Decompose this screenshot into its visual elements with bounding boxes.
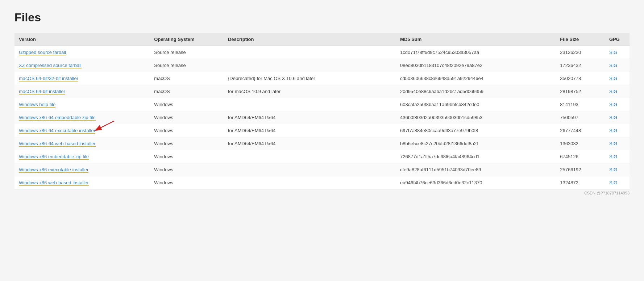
gpg-cell[interactable]: SIG <box>605 72 630 85</box>
md5-cell: cd503606638c8e6948a591a9229446e4 <box>396 72 556 85</box>
table-row: Windows x86 web-based installerWindowsea… <box>14 176 630 189</box>
md5-cell: b8b6e5ce8c27c20bfd28f1366ddf8a2f <box>396 137 556 150</box>
md5-cell: 726877d1a1f5a7dc68f6a4fa48964cd1 <box>396 150 556 163</box>
table-row: Windows x86-64 executable installer Wind… <box>14 124 630 137</box>
os-cell: Windows <box>150 111 224 124</box>
size-cell: 7500597 <box>556 111 605 124</box>
md5-cell: 1cd071f78ff6d9c7524c95303a3057aa <box>396 46 556 59</box>
size-cell: 1363032 <box>556 137 605 150</box>
md5-cell: 608cafa250f8baa11a69bbfcb842c0e0 <box>396 98 556 111</box>
header-gpg: GPG <box>605 33 630 46</box>
version-link[interactable]: Windows x86-64 web-based installer <box>19 141 96 147</box>
version-link[interactable]: Windows x86 embeddable zip file <box>19 154 89 160</box>
table-row: Gzipped source tarballSource release1cd0… <box>14 46 630 59</box>
version-link[interactable]: macOS 64-bit installer <box>19 89 65 95</box>
desc-cell: for macOS 10.9 and later <box>224 85 396 98</box>
desc-cell: for AMD64/EM64T/x64 <box>224 111 396 124</box>
desc-cell <box>224 46 396 59</box>
sig-link[interactable]: SIG <box>609 115 617 120</box>
desc-cell <box>224 163 396 176</box>
sig-link[interactable]: SIG <box>609 128 617 133</box>
desc-cell <box>224 176 396 189</box>
size-cell: 25766192 <box>556 163 605 176</box>
desc-cell: for AMD64/EM64T/x64 <box>224 137 396 150</box>
version-link[interactable]: Windows help file <box>19 102 55 108</box>
header-os: Operating System <box>150 33 224 46</box>
table-row: macOS 64-bit installermacOSfor macOS 10.… <box>14 85 630 98</box>
md5-cell: 08ed8030b1183107c48f2092e79a87e2 <box>396 59 556 72</box>
table-row: Windows x86 embeddable zip fileWindows72… <box>14 150 630 163</box>
os-cell: Windows <box>150 163 224 176</box>
sig-link[interactable]: SIG <box>609 50 617 55</box>
sig-link[interactable]: SIG <box>609 76 617 81</box>
gpg-cell[interactable]: SIG <box>605 46 630 59</box>
gpg-cell[interactable]: SIG <box>605 85 630 98</box>
files-table: Version Operating System Description MD5… <box>14 33 630 189</box>
os-cell: Windows <box>150 124 224 137</box>
table-row: Windows help fileWindows608cafa250f8baa1… <box>14 98 630 111</box>
size-cell: 35020778 <box>556 72 605 85</box>
size-cell: 17236432 <box>556 59 605 72</box>
os-cell: Source release <box>150 59 224 72</box>
desc-cell: {Deprecated} for Mac OS X 10.6 and later <box>224 72 396 85</box>
size-cell: 8141193 <box>556 98 605 111</box>
sig-link[interactable]: SIG <box>609 102 617 107</box>
sig-link[interactable]: SIG <box>609 180 617 185</box>
gpg-cell[interactable]: SIG <box>605 111 630 124</box>
size-cell: 1324872 <box>556 176 605 189</box>
gpg-cell[interactable]: SIG <box>605 98 630 111</box>
desc-cell <box>224 59 396 72</box>
version-link[interactable]: Gzipped source tarball <box>19 50 66 55</box>
sig-link[interactable]: SIG <box>609 154 617 159</box>
header-version: Version <box>14 33 150 46</box>
watermark: CSDN @??18707114993 <box>14 191 630 195</box>
sig-link[interactable]: SIG <box>609 167 617 172</box>
sig-link[interactable]: SIG <box>609 89 617 94</box>
page-title: Files <box>14 11 630 24</box>
md5-cell: 697f7a884e80ccaa9dff3a77e979b0f8 <box>396 124 556 137</box>
version-link[interactable]: XZ compressed source tarball <box>19 63 82 68</box>
header-size: File Size <box>556 33 605 46</box>
version-link[interactable]: Windows x86-64 executable installer <box>19 128 95 134</box>
version-link[interactable]: Windows x86-64 embeddable zip file <box>19 115 96 121</box>
os-cell: macOS <box>150 72 224 85</box>
os-cell: Windows <box>150 150 224 163</box>
size-cell: 23126230 <box>556 46 605 59</box>
size-cell: 26777448 <box>556 124 605 137</box>
size-cell: 6745126 <box>556 150 605 163</box>
md5-cell: ea946f4b76ce63d366d6ed0e32c11370 <box>396 176 556 189</box>
desc-cell <box>224 150 396 163</box>
table-row: Windows x86-64 web-based installerWindow… <box>14 137 630 150</box>
sig-link[interactable]: SIG <box>609 63 617 68</box>
gpg-cell[interactable]: SIG <box>605 124 630 137</box>
version-link[interactable]: Windows x86 web-based installer <box>19 180 89 186</box>
gpg-cell[interactable]: SIG <box>605 163 630 176</box>
gpg-cell[interactable]: SIG <box>605 150 630 163</box>
version-link[interactable]: macOS 64-bit/32-bit installer <box>19 76 78 81</box>
table-row: macOS 64-bit/32-bit installermacOS{Depre… <box>14 72 630 85</box>
gpg-cell[interactable]: SIG <box>605 59 630 72</box>
sig-link[interactable]: SIG <box>609 141 617 146</box>
gpg-cell[interactable]: SIG <box>605 176 630 189</box>
header-desc: Description <box>224 33 396 46</box>
os-cell: macOS <box>150 85 224 98</box>
os-cell: Source release <box>150 46 224 59</box>
os-cell: Windows <box>150 98 224 111</box>
desc-cell <box>224 98 396 111</box>
md5-cell: 20d9540e88c6aaba1d2bc1ad5d069359 <box>396 85 556 98</box>
desc-cell: for AMD64/EM64T/x64 <box>224 124 396 137</box>
md5-cell: 436b0f803d2a0b393590030b1cd59853 <box>396 111 556 124</box>
md5-cell: cfe9a828af6111d5951b74093d70ee89 <box>396 163 556 176</box>
gpg-cell[interactable]: SIG <box>605 137 630 150</box>
os-cell: Windows <box>150 137 224 150</box>
size-cell: 28198752 <box>556 85 605 98</box>
table-header-row: Version Operating System Description MD5… <box>14 33 630 46</box>
table-row: Windows x86-64 embeddable zip fileWindow… <box>14 111 630 124</box>
table-row: Windows x86 executable installerWindowsc… <box>14 163 630 176</box>
version-link[interactable]: Windows x86 executable installer <box>19 167 88 173</box>
table-row: XZ compressed source tarballSource relea… <box>14 59 630 72</box>
os-cell: Windows <box>150 176 224 189</box>
header-md5: MD5 Sum <box>396 33 556 46</box>
